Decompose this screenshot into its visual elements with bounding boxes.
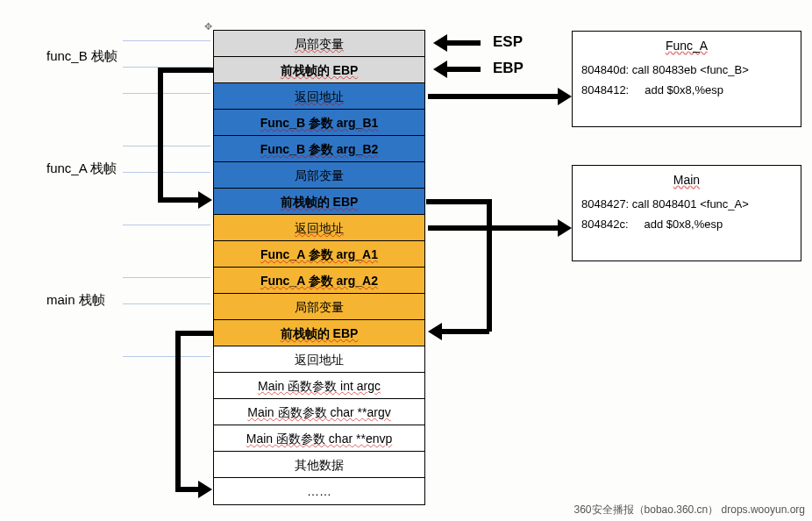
arrow-head-left-icon [433, 34, 447, 52]
stack-row: 前栈帧的 EBP [214, 57, 424, 83]
bracket-line [123, 93, 210, 94]
diagram-canvas: ✥ 局部变量 前栈帧的 EBP 返回地址 Func_B 参数 arg_B1 Fu… [0, 0, 812, 521]
code-line: 8048427: call 8048401 <func_A> [581, 194, 792, 214]
arrow-link-ebp-b-to-a [158, 197, 200, 203]
bracket-line [123, 172, 210, 173]
stack-row: Main 函数参数 int argc [214, 373, 424, 399]
stack-row: Func_B 参数 arg_B1 [214, 110, 424, 136]
code-line: 8048412: add $0x8,%esp [581, 80, 792, 100]
stack-row: Main 函数参数 char **argv [214, 399, 424, 425]
bracket-line [123, 277, 210, 278]
stack-row: 返回地址 [214, 83, 424, 110]
arrow-ebp [445, 67, 481, 72]
bracket-line [123, 40, 210, 41]
arrow-head-left-icon [428, 323, 442, 340]
arrow-link-ebp-a-to-main [487, 199, 492, 332]
stack-row: 返回地址 [214, 215, 424, 241]
arrow-to-main-box [428, 225, 559, 231]
stack-row: 局部变量 [214, 162, 424, 189]
stack-row: 局部变量 [214, 294, 424, 320]
bracket-line [123, 225, 210, 225]
frame-label-func-b: func_B 栈帧 [46, 48, 118, 65]
arrow-link-ebp-a-to-main [440, 329, 489, 334]
pointer-label-ebp: EBP [493, 60, 524, 77]
code-box-title: Func_A [581, 39, 792, 53]
frame-label-func-a: func_A 栈帧 [46, 161, 117, 177]
arrow-to-func-a-box [428, 94, 559, 99]
arrow-head-right-icon [558, 88, 572, 105]
arrow-head-left-icon [433, 61, 447, 78]
stack-row: 前栈帧的 EBP [214, 320, 424, 346]
arrow-head-right-icon [198, 191, 212, 209]
arrow-link-ebp-a-to-main [426, 199, 488, 204]
bracket-line [123, 146, 210, 146]
bracket-line [123, 303, 210, 304]
call-stack: 局部变量 前栈帧的 EBP 返回地址 Func_B 参数 arg_B1 Func… [213, 30, 425, 505]
arrow-link-ebp-b-to-a [158, 68, 163, 200]
stack-row: Func_B 参数 arg_B2 [214, 136, 424, 162]
watermark: 360安全播报（bobao.360.cn） drops.wooyun.org [574, 503, 805, 517]
stack-row: 前栈帧的 EBP [214, 189, 424, 215]
stack-row: Main 函数参数 char **envp [214, 425, 424, 452]
bracket-line [123, 356, 210, 357]
table-move-handle: ✥ [204, 21, 213, 30]
arrow-head-right-icon [198, 481, 212, 498]
code-box-main: Main 8048427: call 8048401 <func_A> 8048… [572, 165, 801, 261]
stack-row: 其他数据 [214, 452, 424, 478]
code-box-title: Main [581, 173, 792, 187]
arrow-link-ebp-main-down [175, 331, 181, 489]
stack-row: Func_A 参数 arg_A1 [214, 241, 424, 268]
arrow-link-ebp-b-to-a [158, 68, 213, 73]
stack-row: 返回地址 [214, 346, 424, 373]
arrow-head-right-icon [558, 219, 572, 237]
code-line: 804840d: call 80483eb <func_B> [581, 60, 792, 80]
code-line: 804842c: add $0x8,%esp [581, 214, 792, 234]
pointer-label-esp: ESP [493, 33, 523, 51]
frame-label-main: main 栈帧 [46, 292, 105, 309]
arrow-link-ebp-main-down [175, 331, 213, 336]
arrow-esp [445, 40, 481, 46]
arrow-link-ebp-main-down [175, 487, 200, 492]
code-box-func-a: Func_A 804840d: call 80483eb <func_B> 80… [572, 31, 801, 127]
stack-row: 局部变量 [214, 31, 424, 57]
stack-row: Func_A 参数 arg_A2 [214, 268, 424, 294]
stack-row: …… [214, 478, 424, 504]
